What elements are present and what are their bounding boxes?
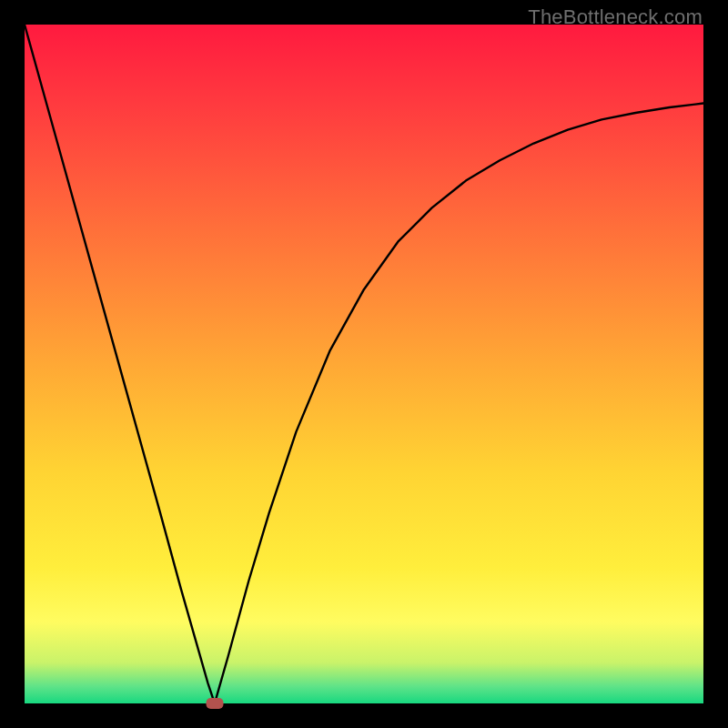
chart-curve: [25, 25, 703, 703]
chart-frame: [25, 25, 703, 703]
bottleneck-marker: [206, 698, 223, 709]
